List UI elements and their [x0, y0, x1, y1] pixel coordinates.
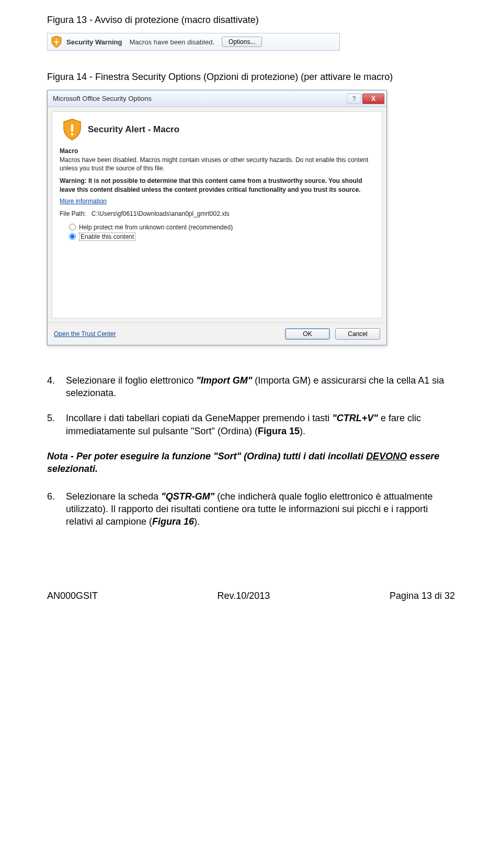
alert-title: Security Alert - Macro	[88, 124, 179, 135]
page-footer: AN000GSIT Rev.10/2013 Pagina 13 di 32	[47, 591, 455, 601]
open-trust-center-link[interactable]: Open the Trust Center	[54, 330, 116, 338]
dialog-titlebar: Microsoft Office Security Options ? X	[48, 90, 386, 107]
options-button[interactable]: Options...	[222, 37, 262, 47]
figure-13-caption: Figura 13 - Avviso di protezione (macro …	[47, 15, 455, 26]
shield-large-icon	[62, 118, 83, 141]
shield-icon	[51, 36, 62, 48]
radio-help-protect[interactable]: Help protect me from unknown content (re…	[69, 224, 374, 231]
security-warning-message: Macros have been disabled.	[129, 38, 214, 46]
more-information-link[interactable]: More information	[60, 198, 107, 205]
step-5: 5. Incollare i dati tabellari copiati da…	[47, 412, 455, 437]
radio-enable-content[interactable]: Enable this content	[69, 233, 374, 241]
close-icon[interactable]: X	[362, 94, 384, 104]
macro-section-label: Macro	[60, 147, 374, 155]
security-options-dialog: Microsoft Office Security Options ? X Se…	[47, 90, 387, 345]
radio-enable-content-label: Enable this content	[79, 233, 135, 241]
radio-help-protect-label: Help protect me from unknown content (re…	[79, 224, 233, 231]
note-paragraph: Nota - Per poter eseguire la funzione "S…	[47, 450, 455, 476]
security-warning-label: Security Warning	[66, 38, 122, 46]
radio-enable-content-input[interactable]	[69, 233, 76, 240]
footer-revision: Rev.10/2013	[218, 591, 270, 601]
svg-point-0	[56, 39, 57, 40]
step-6: 6. Selezionare la scheda "QSTR-GM" (che …	[47, 490, 455, 528]
macro-disabled-paragraph: Macros have been disabled. Macros might …	[60, 156, 374, 172]
cancel-button[interactable]: Cancel	[335, 328, 380, 340]
svg-point-3	[71, 133, 74, 136]
help-icon[interactable]: ?	[347, 94, 361, 104]
radio-help-protect-input[interactable]	[69, 224, 76, 230]
footer-page-number: Pagina 13 di 32	[390, 591, 455, 601]
figure-14-caption: Figura 14 - Finestra Security Options (O…	[47, 72, 455, 83]
svg-rect-1	[56, 41, 57, 44]
step-4: 4. Selezionare il foglio elettronico "Im…	[47, 374, 455, 400]
macro-warning-paragraph: Warning: It is not possible to determine…	[60, 177, 374, 193]
security-warning-bar: Security Warning Macros have been disabl…	[47, 33, 340, 51]
ok-button[interactable]: OK	[285, 328, 330, 340]
svg-rect-2	[71, 124, 73, 132]
file-path: File Path: C:\Users\gf0611\Downloads\ana…	[60, 210, 374, 217]
footer-doc-id: AN000GSIT	[47, 591, 98, 601]
dialog-title: Microsoft Office Security Options	[53, 95, 152, 102]
